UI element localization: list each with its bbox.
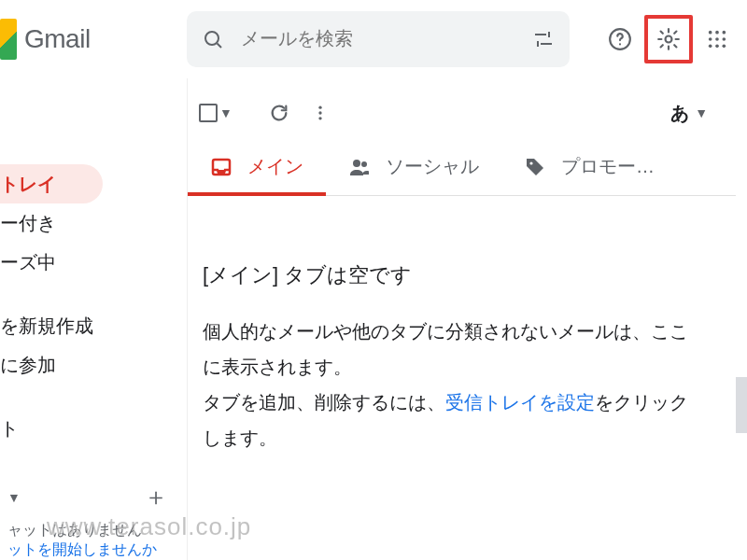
settings-highlight [644,15,693,63]
empty-paragraph-2: タブを追加、削除するには、受信トレイを設定をクリックします。 [203,385,706,455]
svg-point-16 [715,44,719,48]
select-all[interactable]: ▼ [195,100,236,126]
category-tabs: メイン ソーシャル [188,138,736,196]
chevron-down-icon: ▼ [695,105,708,120]
input-tools-label: あ [670,101,689,126]
svg-point-8 [666,35,672,42]
main-panel: ▼ あ ▼ [187,78,747,560]
sidebar-item-label: ト [0,416,19,441]
svg-rect-5 [537,41,539,47]
svg-point-11 [723,30,726,34]
svg-point-22 [353,160,360,167]
tab-primary[interactable]: メイン [188,138,326,195]
gmail-logo-icon [0,19,17,60]
chevron-down-icon[interactable]: ▼ [7,490,21,505]
new-chat-plus-icon[interactable]: ＋ [144,481,168,513]
svg-rect-3 [548,32,550,37]
svg-point-24 [529,161,532,164]
select-all-checkbox[interactable] [199,104,218,122]
tab-social[interactable]: ソーシャル [326,138,501,195]
svg-point-20 [318,117,321,119]
sidebar-section-meet: を新規作成 に参加 [0,306,187,385]
configure-inbox-link[interactable]: 受信トレイを設定 [445,392,595,413]
empty-state: [メイン] タブは空です 個人的なメールや他のタブに分類されないメールは、ここに… [188,196,736,455]
svg-point-0 [205,32,218,45]
inbox-icon [210,156,233,178]
chat-empty-block: ャットはありません ットを開始しませんか [0,513,187,560]
chat-row: ▼ ＋ [0,475,168,513]
avatar-placeholder [0,91,56,147]
svg-point-14 [723,37,726,41]
search-bar[interactable] [187,11,570,67]
tab-promotions[interactable]: プロモー… [501,138,677,195]
sidebar-item-label: に参加 [0,353,56,378]
people-icon [348,156,371,178]
svg-point-23 [361,161,367,167]
sidebar-item-label: ー付き [0,211,56,236]
sidebar: トレイ ー付き ーズ中 を新規作成 に参加 ト ▼ ＋ ャットはありません [0,78,187,560]
sidebar-item-inbox[interactable]: トレイ [0,164,103,203]
sidebar-item-starred[interactable]: ー付き [0,203,187,243]
sidebar-item-join-meeting[interactable]: に参加 [0,345,187,385]
svg-rect-2 [535,34,546,35]
header-actions [601,15,736,63]
svg-point-18 [318,106,321,109]
svg-point-7 [619,43,621,45]
settings-gear-icon[interactable] [650,21,687,58]
sidebar-item-label: トレイ [0,172,56,197]
svg-point-10 [715,30,719,34]
empty-p2-a: タブを追加、削除するには、 [203,392,445,413]
input-tools-button[interactable]: あ ▼ [661,95,717,132]
search-icon[interactable] [194,21,232,58]
empty-paragraph-1: 個人的なメールや他のタブに分類されないメールは、ここに表示されます。 [203,314,706,385]
tag-icon [524,156,546,178]
app-body: トレイ ー付き ーズ中 を新規作成 に参加 ト ▼ ＋ ャットはありません [0,78,747,560]
sidebar-item-label: を新規作成 [0,314,93,339]
tab-label: メイン [247,154,303,179]
sidebar-item-snoozed[interactable]: ーズ中 [0,243,187,282]
sidebar-section-chat-heading: ト [0,409,187,448]
search-options-icon[interactable] [525,21,562,58]
chat-start-link[interactable]: ットを開始しませんか [7,541,157,557]
main-inner: ▼ あ ▼ [188,78,736,560]
svg-point-15 [709,44,712,48]
apps-grid-icon[interactable] [698,21,736,58]
sidebar-item-new-meeting[interactable]: を新規作成 [0,306,187,345]
svg-point-17 [723,44,726,48]
product-name: Gmail [24,24,91,54]
scrollbar-thumb[interactable] [736,377,747,433]
more-icon[interactable] [300,92,341,133]
svg-point-12 [709,37,712,41]
chevron-down-icon[interactable]: ▼ [219,105,233,120]
scrollbar[interactable] [736,78,747,560]
search-input[interactable] [239,27,517,50]
help-icon[interactable] [601,21,639,58]
search-wrap [187,11,596,67]
logo-block: Gmail [0,19,187,60]
tab-label: プロモー… [561,154,655,179]
chat-empty-text: ャットはありません [7,521,183,540]
svg-point-19 [318,111,321,114]
refresh-icon[interactable] [259,92,300,133]
tab-label: ソーシャル [386,154,479,179]
svg-point-9 [709,30,712,34]
svg-rect-4 [541,43,552,45]
app-header: Gmail [0,0,747,78]
mail-toolbar: ▼ あ ▼ [188,88,736,138]
svg-line-1 [218,43,222,48]
empty-title: [メイン] タブは空です [203,261,706,289]
sidebar-item-label: ーズ中 [0,250,56,275]
svg-point-13 [715,37,719,41]
